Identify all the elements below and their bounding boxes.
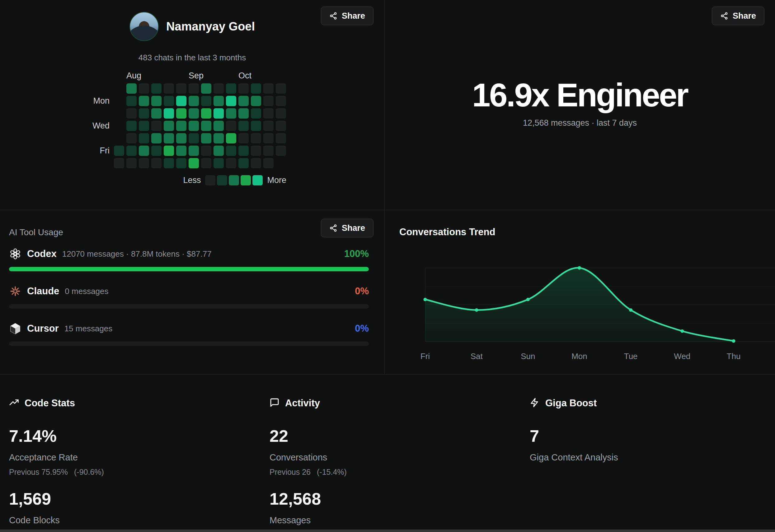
conversations-trend-card: FriSatSunMonTueWedThu Conversations Tren…: [385, 210, 775, 374]
tool-progress-track: [9, 304, 369, 309]
heatmap-cell: [201, 96, 211, 106]
tool-meta: 15 messages: [64, 324, 113, 334]
heatmap-cell: [189, 146, 199, 156]
heatmap-cell: [176, 146, 186, 156]
heatmap-cell: [263, 133, 273, 143]
tools-share-button[interactable]: Share: [321, 219, 373, 237]
heatmap-cell: [251, 133, 261, 143]
heatmap-cell: [176, 158, 186, 168]
tool-row-codex: Codex 12070 messages · 87.8M tokens · $8…: [9, 248, 369, 260]
share-button-label: Share: [342, 11, 365, 21]
heatmap-legend: Less More: [90, 175, 286, 185]
svg-text:Sat: Sat: [471, 352, 483, 361]
heatmap-cell: [164, 158, 174, 168]
heatmap-cell: [164, 108, 174, 119]
legend-swatch: [240, 175, 251, 185]
heatmap-cell: [189, 158, 199, 168]
heatmap-cell: [189, 121, 199, 131]
heatmap-cell: [276, 121, 286, 131]
tool-meta: 12070 messages · 87.8M tokens · $87.77: [62, 249, 212, 259]
tool-name: Cursor: [27, 323, 59, 334]
heatmap-cell: [251, 83, 261, 94]
heatmap-cell: [226, 121, 236, 131]
heatmap-grid: [114, 83, 286, 168]
heatmap-cell: [276, 108, 286, 119]
stat-secondary-value: 12,568: [269, 490, 515, 507]
heatmap-cell: [238, 83, 249, 94]
trend-title: Conversations Trend: [399, 226, 495, 238]
heatmap-month-label: Aug: [126, 71, 141, 81]
svg-text:Wed: Wed: [674, 352, 690, 361]
heatmap-cell: [213, 158, 224, 168]
profile-name: Namanyay Goel: [166, 20, 255, 33]
heatmap-cell: [189, 83, 199, 94]
heatmap-cell: [176, 121, 186, 131]
share-icon: [329, 12, 337, 20]
tool-progress-track: [9, 267, 369, 271]
hero-share-button[interactable]: Share: [712, 7, 764, 25]
stat-header: Giga Boost: [545, 398, 597, 409]
legend-less-label: Less: [183, 175, 201, 185]
stat-delta: (-90.6%): [74, 468, 104, 476]
legend-swatches: [205, 175, 263, 185]
heatmap-cell: [213, 121, 224, 131]
heatmap-cell: [213, 108, 224, 119]
trending-up-icon: [9, 398, 19, 409]
stat-previous: Previous 75.95%: [9, 468, 68, 476]
ai-tool-usage-heading: AI Tool Usage: [9, 228, 369, 237]
heatmap-cell: [201, 83, 211, 94]
heatmap-cell: [151, 146, 161, 156]
heatmap-day-label: Mon: [90, 96, 110, 106]
heatmap-cell: [114, 158, 124, 168]
share-icon: [720, 12, 728, 20]
heatmap-cell: [238, 158, 249, 168]
heatmap-cell: [176, 108, 186, 119]
heatmap-cell: [164, 83, 174, 94]
heatmap-cell: [176, 96, 186, 106]
heatmap-cell: [263, 96, 273, 106]
stat-primary-label: Acceptance Rate: [9, 452, 254, 463]
tool-meta: 0 messages: [65, 287, 108, 296]
stat-secondary-label: Messages: [269, 515, 515, 525]
heatmap-cell: [251, 158, 261, 168]
heatmap-cell: [251, 121, 261, 131]
hero-title: 16.9x Engineer: [472, 76, 688, 114]
heatmap-cell: [151, 96, 161, 106]
heatmap-cell: [276, 133, 286, 143]
tool-percent: 0%: [355, 323, 369, 334]
profile-share-button[interactable]: Share: [321, 7, 373, 25]
tool-progress-fill: [9, 267, 369, 271]
openai-logo-icon: [9, 248, 21, 260]
heatmap-cell: [238, 146, 249, 156]
heatmap-cell: [251, 108, 261, 119]
stat-primary-label: Conversations: [269, 452, 515, 463]
bottom-scrollbar[interactable]: [0, 530, 775, 532]
heatmap-cell: [201, 121, 211, 131]
stat-primary-value: 7.14%: [9, 427, 254, 444]
share-icon: [329, 224, 337, 232]
heatmap-cell: [139, 83, 149, 94]
heatmap-cell: [126, 133, 137, 143]
heatmap-cell: [213, 146, 224, 156]
heatmap-cell: [189, 96, 199, 106]
heatmap-cell: [226, 146, 236, 156]
tool-row-claude: Claude 0 messages 0%: [9, 285, 369, 297]
svg-text:Sun: Sun: [521, 352, 535, 361]
heatmap-cell: [201, 133, 211, 143]
legend-swatch: [205, 175, 215, 185]
legend-more-label: More: [267, 175, 286, 185]
heatmap-cell: [151, 133, 161, 143]
heatmap-cell: [276, 96, 286, 106]
stat-primary-label: Giga Context Analysis: [530, 452, 769, 463]
heatmap-cell: [276, 146, 286, 156]
tool-progress-track: [9, 342, 369, 346]
giga-boost-column: Giga Boost 7 Giga Context Analysis: [521, 375, 775, 530]
heatmap-cell: [213, 83, 224, 94]
heatmap-cell: [139, 146, 149, 156]
stat-primary-value: 7: [530, 427, 769, 444]
tool-percent: 0%: [355, 286, 369, 297]
heatmap-cell: [226, 158, 236, 168]
heatmap-cell: [201, 108, 211, 119]
heatmap-cell: [201, 158, 211, 168]
heatmap-cell: [226, 108, 236, 119]
